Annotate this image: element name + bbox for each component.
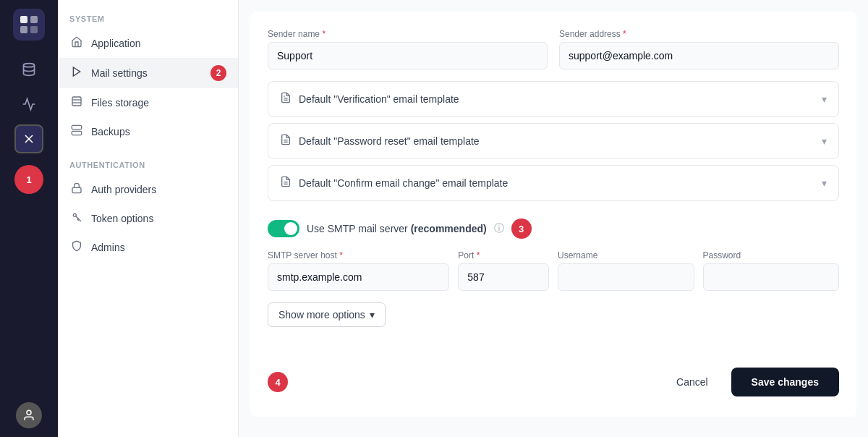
smtp-section: Use SMTP mail server (recommended) ⓘ 3 S…	[268, 218, 839, 327]
sidebar-item-backups[interactable]: Backups	[58, 117, 238, 146]
system-section-label: System	[58, 14, 238, 29]
smtp-username-input[interactable]	[558, 263, 694, 291]
sender-info-row: Sender name * Sender address *	[268, 29, 839, 69]
smtp-port-label: Port *	[458, 250, 549, 260]
verification-template-toggle[interactable]: Default "Verification" email template ▾	[268, 82, 838, 116]
smtp-password-group: Password	[703, 250, 840, 291]
smtp-step-badge: 3	[511, 218, 532, 239]
files-storage-label: Files storage	[91, 97, 149, 109]
template-icon-3	[280, 176, 292, 190]
smtp-toggle-row: Use SMTP mail server (recommended) ⓘ 3	[268, 218, 839, 239]
token-options-icon	[69, 211, 84, 226]
smtp-port-input[interactable]	[458, 263, 549, 291]
password-reset-template-section: Default "Password reset" email template …	[268, 123, 839, 159]
app-logo	[13, 9, 45, 41]
svg-rect-2	[20, 26, 27, 33]
template-icon-2	[280, 134, 292, 148]
sidebar: 1	[0, 0, 58, 437]
smtp-host-group: SMTP server host *	[268, 250, 449, 291]
svg-rect-1	[30, 16, 38, 23]
token-options-label: Token options	[91, 213, 153, 224]
sender-name-input[interactable]	[268, 42, 548, 69]
sidebar-tools-icon[interactable]	[14, 124, 43, 153]
svg-rect-12	[72, 125, 81, 129]
files-storage-icon	[69, 96, 84, 110]
confirm-email-template-label: Default "Confirm email change" email tem…	[299, 177, 508, 189]
smtp-fields-row: SMTP server host * Port * Username	[268, 250, 839, 291]
mail-settings-badge: 2	[210, 65, 226, 81]
smtp-host-label: SMTP server host *	[268, 250, 449, 260]
svg-point-17	[73, 213, 76, 216]
smtp-toggle[interactable]	[268, 220, 299, 237]
smtp-password-input[interactable]	[703, 263, 840, 291]
chevron-down-icon-show-more: ▾	[370, 309, 375, 321]
sidebar-item-auth-providers[interactable]: Auth providers	[58, 175, 238, 204]
svg-rect-16	[72, 187, 81, 192]
cancel-button[interactable]: Cancel	[662, 369, 723, 395]
smtp-info-icon[interactable]: ⓘ	[494, 222, 504, 235]
svg-rect-0	[20, 16, 27, 23]
sidebar-alert-badge[interactable]: 1	[14, 165, 43, 194]
save-changes-button[interactable]: Save changes	[731, 368, 839, 396]
confirm-email-template-section: Default "Confirm email change" email tem…	[268, 165, 839, 201]
sidebar-database-icon[interactable]	[14, 55, 43, 84]
smtp-port-group: Port *	[458, 250, 549, 291]
sender-address-group: Sender address *	[559, 29, 839, 69]
sidebar-item-admins[interactable]: Admins	[58, 233, 238, 262]
mail-settings-icon	[69, 66, 84, 80]
smtp-username-group: Username	[558, 250, 694, 291]
footer-step-badge: 4	[268, 372, 288, 392]
svg-marker-8	[73, 67, 80, 76]
svg-rect-9	[72, 97, 81, 106]
sidebar-item-mail-settings[interactable]: Mail settings 2	[58, 58, 238, 88]
svg-point-7	[27, 410, 31, 415]
sidebar-item-files-storage[interactable]: Files storage	[58, 88, 238, 117]
nav-panel: System Application Mail settings 2 Files…	[58, 0, 239, 437]
admins-icon	[69, 240, 84, 255]
sender-address-input[interactable]	[559, 42, 839, 69]
auth-providers-icon	[69, 182, 84, 197]
confirm-email-template-toggle[interactable]: Default "Confirm email change" email tem…	[268, 166, 838, 200]
backups-icon	[69, 124, 84, 139]
template-icon-1	[280, 92, 292, 106]
sidebar-item-token-options[interactable]: Token options	[58, 204, 238, 233]
auth-section-label: Authentication	[58, 161, 238, 175]
svg-rect-3	[30, 26, 38, 33]
settings-panel: Sender name * Sender address *	[250, 12, 856, 417]
sidebar-item-application[interactable]: Application	[58, 29, 238, 58]
chevron-down-icon-2: ▾	[822, 135, 827, 147]
smtp-label: Use SMTP mail server (recommended)	[307, 223, 487, 234]
user-avatar[interactable]	[16, 402, 42, 428]
password-reset-template-label: Default "Password reset" email template	[299, 135, 480, 147]
application-icon	[69, 36, 84, 51]
smtp-password-label: Password	[703, 250, 840, 260]
verification-template-label: Default "Verification" email template	[299, 93, 459, 105]
chevron-down-icon-1: ▾	[822, 93, 827, 105]
sender-address-label: Sender address *	[559, 29, 839, 39]
sidebar-chart-icon[interactable]	[14, 90, 43, 119]
verification-template-section: Default "Verification" email template ▾	[268, 81, 839, 117]
svg-point-4	[24, 64, 35, 67]
application-label: Application	[91, 38, 141, 49]
show-more-options-button[interactable]: Show more options ▾	[268, 302, 386, 327]
chevron-down-icon-3: ▾	[822, 177, 827, 189]
sender-name-label: Sender name *	[268, 29, 548, 39]
sender-name-group: Sender name *	[268, 29, 548, 69]
admins-label: Admins	[91, 242, 125, 253]
svg-rect-13	[72, 131, 81, 135]
auth-providers-label: Auth providers	[91, 184, 156, 195]
password-reset-template-toggle[interactable]: Default "Password reset" email template …	[268, 124, 838, 158]
smtp-host-input[interactable]	[268, 263, 449, 291]
smtp-username-label: Username	[558, 250, 694, 260]
backups-label: Backups	[91, 126, 130, 137]
footer-actions: 4 Cancel Save changes	[268, 356, 839, 396]
mail-settings-label: Mail settings	[91, 67, 148, 79]
main-content: Sender name * Sender address *	[239, 0, 868, 437]
